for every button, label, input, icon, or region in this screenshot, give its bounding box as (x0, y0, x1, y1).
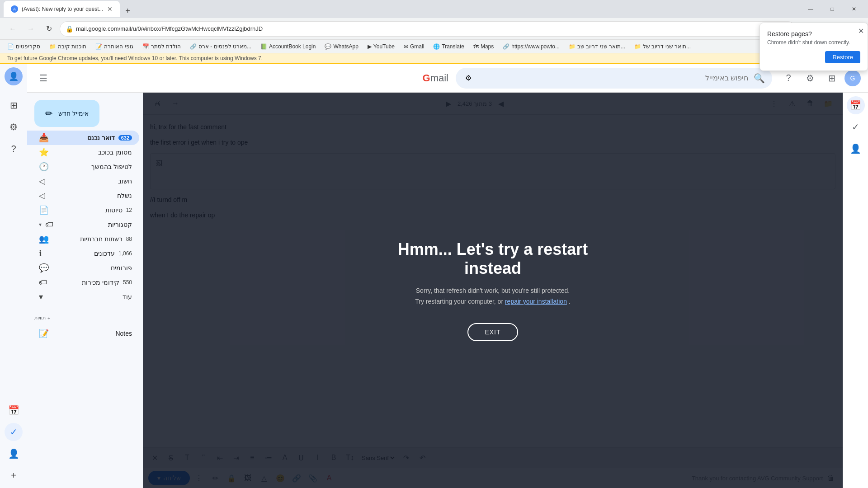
header-left-icons: ☰ (34, 69, 52, 87)
forums-icon: 💬 (39, 263, 49, 273)
overlay-repair-link[interactable]: repair your installation (505, 298, 567, 305)
labels-section[interactable]: + תוויות (27, 311, 143, 324)
starred-nav-item[interactable]: מסומן בכוכב ⭐ (27, 145, 139, 160)
overlay-subtitle1: Sorry, that refresh didn't work, but you… (375, 287, 610, 294)
promotions-nav-item[interactable]: 550 קידומי מכירות 🏷 (27, 275, 139, 290)
lock-icon: 🔒 (66, 25, 73, 33)
bookmark-font[interactable]: 📝 גופי האותרה (92, 42, 137, 51)
bookmark-whatsapp[interactable]: 💬 WhatsApp (321, 42, 362, 51)
social-nav-item[interactable]: 88 רשתות חברתיות 👥 (27, 232, 139, 246)
minimize-button[interactable]: — (800, 2, 821, 16)
apps-grid-button[interactable]: ⊞ (5, 96, 23, 114)
sent-icon: ◁ (39, 191, 45, 201)
drafts-icon: 📄 (39, 205, 49, 215)
search-filter-button[interactable]: ⚙ (463, 73, 474, 84)
address-bar[interactable]: 🔒 mail.google.com/mail/u/0/#inbox/FMfcgz… (60, 21, 796, 37)
snoozed-icon: 🕐 (39, 162, 49, 172)
social-count: 88 (126, 236, 132, 242)
bookmark-gmail[interactable]: ✉ Gmail (400, 42, 428, 51)
bookmark-icon: 📁 (49, 43, 56, 50)
forums-nav-item[interactable]: פורומים 💬 (27, 261, 139, 275)
updates-nav-item[interactable]: 1,066 עדכונים ℹ (27, 246, 139, 261)
gmail-main: ✏ אימייל חדש 632 דואר נכנס 📥 מסומן בכוכב… (27, 93, 868, 488)
bookmark-icon: 📁 (569, 43, 576, 50)
drafts-nav-item[interactable]: 12 טיוטות 📄 (27, 203, 139, 217)
snoozed-label: לטיפול בהמשך (52, 163, 132, 170)
active-tab[interactable]: A (Avast): New reply to your quest... ✕ (4, 1, 120, 17)
social-label: רשתות חברתיות (52, 235, 123, 243)
apps-button[interactable]: ⊞ (823, 69, 841, 87)
help-button[interactable]: ? (5, 140, 23, 158)
overlay-text-prefix: Try restarting your computer, or (415, 298, 505, 305)
promotions-label: קידומי מכירות (51, 279, 119, 286)
reload-button[interactable]: ↻ (42, 22, 56, 36)
close-button[interactable]: ✕ (844, 2, 864, 16)
forward-button[interactable]: → (24, 22, 38, 36)
tab-title: (Avast): New reply to your quest... (22, 6, 104, 12)
add-label-button[interactable]: + (47, 315, 50, 321)
back-button[interactable]: ← (5, 22, 20, 36)
overlay-title: Hmm... Let's try a restart instead (375, 240, 610, 278)
bookmark-maps[interactable]: 🗺 Maps (470, 42, 497, 51)
bookmark-icon: 📅 (142, 43, 149, 50)
bookmark-powtoon[interactable]: 🔗 https://www.powto... (499, 42, 563, 51)
header-right-icons: ? ⚙ ⊞ G (779, 69, 861, 87)
restore-popup-text: Chrome didn't shut down correctly. (767, 39, 860, 46)
overlay-text-suffix: . (569, 298, 571, 305)
starred-icon: ⭐ (39, 147, 49, 157)
restore-button[interactable]: Restore (825, 51, 860, 63)
inbox-nav-item[interactable]: 632 דואר נכנס 📥 (27, 131, 139, 145)
categories-label: קטגוריות (57, 221, 132, 228)
help-header-button[interactable]: ? (779, 69, 797, 87)
translate-icon: 🌐 (433, 43, 440, 50)
overlay-subtitle2: Try restarting your computer, or repair … (375, 298, 610, 305)
settings-sidebar-button[interactable]: ⚙ (5, 118, 23, 136)
calendar-app-icon[interactable]: 📅 (847, 96, 865, 114)
search-input[interactable] (479, 74, 748, 82)
snoozed-nav-item[interactable]: לטיפול בהמשך 🕐 (27, 160, 139, 174)
nav-bar: ← → ↻ 🔒 mail.google.com/mail/u/0/#inbox/… (0, 18, 868, 40)
bookmark-translate[interactable]: 🌐 Translate (429, 42, 468, 51)
maximize-button[interactable]: □ (822, 2, 843, 16)
settings-header-button[interactable]: ⚙ (801, 69, 819, 87)
search-bar[interactable]: ⚙ 🔍 (456, 68, 772, 89)
notes-nav-item[interactable]: Notes 📝 (27, 326, 139, 341)
restore-popup: ✕ Restore pages? Chrome didn't shut down… (760, 23, 868, 71)
important-nav-item[interactable]: חשוב ◁ (27, 174, 139, 188)
bookmark-mart[interactable]: 🔗 מארט לפנסים - ארס... (186, 42, 255, 51)
restore-popup-close-button[interactable]: ✕ (858, 27, 864, 35)
menu-hamburger-button[interactable]: ☰ (34, 69, 52, 87)
bookmark-accountbook[interactable]: 📗 AccountBook Login (257, 42, 319, 51)
user-avatar[interactable]: 👤 (5, 67, 23, 85)
contacts-app-icon[interactable]: 👤 (847, 140, 865, 158)
bookmark-scripts[interactable]: 📄 סקריפטים (4, 42, 44, 51)
tab-close-button[interactable]: ✕ (107, 5, 113, 13)
inbox-label: דואר נכנס (52, 134, 115, 141)
bookmark-software[interactable]: 📁 תוכנות קיבה (46, 42, 90, 51)
tasks-icon[interactable]: ✓ (5, 423, 23, 441)
important-icon: ◁ (39, 176, 45, 186)
bookmark-hidden[interactable]: 📅 הולדת לסתר (139, 42, 184, 51)
compose-button[interactable]: ✏ אימייל חדש (34, 100, 99, 127)
add-apps-button[interactable]: + (5, 466, 23, 484)
important-label: חשוב (49, 178, 132, 185)
social-icon: 👥 (39, 234, 49, 244)
sent-nav-item[interactable]: נשלח ◁ (27, 188, 139, 203)
tasks-app-icon[interactable]: ✓ (847, 118, 865, 136)
new-tab-button[interactable]: + (122, 5, 134, 17)
calendar-icon[interactable]: 📅 (5, 401, 23, 419)
bookmark-youtube[interactable]: ▶ YouTube (364, 42, 398, 51)
categories-nav-item[interactable]: קטגוריות 🏷 ▾ (27, 217, 139, 232)
more-nav-item[interactable]: עוד ▾ (27, 290, 139, 304)
bookmark-degree2[interactable]: 📁 תואר שני דריוב של... (631, 42, 694, 51)
inbox-count: 632 (118, 135, 132, 141)
profile-avatar-header[interactable]: G (844, 70, 861, 86)
warning-bar: To get future Google Chrome updates, you… (0, 53, 868, 64)
bookmark-degree1[interactable]: 📁 תואר שני דריוב שב... (565, 42, 629, 51)
compose-label: אימייל חדש (58, 110, 89, 117)
overlay-exit-button[interactable]: EXIT (467, 323, 518, 341)
promotions-icon: 🏷 (39, 278, 47, 287)
contacts-icon[interactable]: 👤 (5, 445, 23, 463)
inbox-icon: 📥 (39, 133, 49, 143)
maps-icon: 🗺 (473, 43, 479, 50)
